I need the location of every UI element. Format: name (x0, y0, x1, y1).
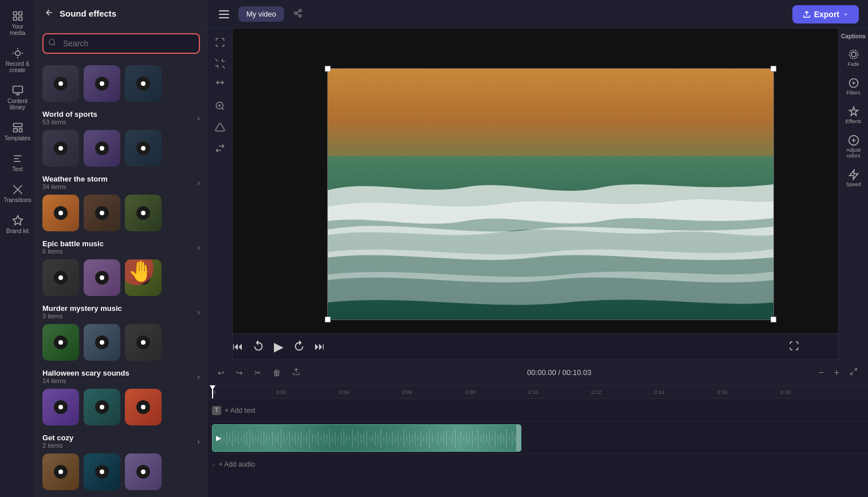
captions-label: Captions (841, 33, 866, 40)
skip-to-start-button[interactable]: ⏮ (233, 341, 243, 353)
forward-5s-button[interactable] (293, 340, 305, 354)
video-area: ⏮ ▶ ⏭ (207, 29, 868, 360)
share-icon-button[interactable] (291, 6, 305, 22)
sound-thumb[interactable] (42, 324, 79, 361)
sound-thumb[interactable] (125, 453, 162, 490)
sidebar-item-brand-kit[interactable]: Brand kit (1, 210, 34, 239)
timeline-tracks[interactable]: 0 0:02 0:04 0:06 0:08 0:10 0:12 0:14 0:1… (207, 385, 868, 497)
clip-end-handle[interactable] (516, 425, 521, 451)
sound-thumb[interactable] (84, 389, 120, 425)
play-icon (136, 465, 150, 479)
ruler-marks: 0 0:02 0:04 0:06 0:08 0:10 0:12 0:14 0:1… (212, 389, 843, 395)
fade-control[interactable]: Fade (840, 44, 867, 72)
hamburger-menu-button[interactable] (217, 8, 231, 21)
cut-button[interactable]: ✂ (251, 366, 265, 380)
fit-screen-button[interactable] (212, 34, 228, 52)
play-icon (54, 77, 68, 90)
sidebar-label-content-library: Content library (3, 98, 32, 111)
sound-thumb[interactable] (42, 259, 79, 296)
adjust-colors-control[interactable]: Adjust colors (840, 130, 867, 163)
sidebar-label-transitions: Transitions (3, 197, 32, 203)
arrows-button[interactable] (212, 140, 228, 158)
ruler-mark-3: 0:06 (402, 389, 465, 395)
fit-timeline-button[interactable] (846, 366, 861, 379)
clip-add-button[interactable] (289, 365, 304, 380)
sound-thumb[interactable] (125, 324, 162, 361)
category-header[interactable]: Halloween scary sounds 14 items › (42, 369, 200, 384)
adjust-colors-label: Adjust colors (842, 147, 865, 159)
triangle-tool-button[interactable] (212, 119, 228, 137)
sidebar-label-brand-kit: Brand kit (6, 228, 29, 234)
sound-thumb[interactable] (84, 259, 120, 296)
flip-button[interactable] (212, 77, 228, 94)
skip-to-end-button[interactable]: ⏭ (315, 341, 325, 353)
text-track-icon: T (212, 406, 221, 415)
panel-header: Sound effects (36, 0, 207, 27)
video-canvas[interactable] (233, 29, 868, 360)
back-button[interactable] (44, 7, 55, 20)
sound-thumb[interactable] (42, 195, 79, 231)
crop-button[interactable] (212, 56, 228, 73)
play-pause-button[interactable]: ▶ (274, 340, 284, 354)
export-button[interactable]: Export (792, 5, 859, 23)
svg-rect-7 (13, 129, 17, 132)
delete-button[interactable]: 🗑 (269, 366, 284, 380)
sidebar-item-transitions[interactable]: Transitions (1, 179, 34, 208)
sound-thumb[interactable] (84, 130, 120, 167)
category-header[interactable]: Weather the storm 34 items › (42, 175, 200, 190)
clip-play-icon: ▶ (216, 434, 221, 442)
sidebar-label-record-create: Record & create (3, 61, 32, 73)
sidebar-item-text[interactable]: Text (1, 148, 34, 177)
sidebar-item-record-create[interactable]: Record & create (1, 43, 34, 78)
sidebar-item-your-media[interactable]: Your media (1, 6, 34, 41)
category-header[interactable]: Murder mystery music 3 items › (42, 304, 200, 320)
zoom-out-button[interactable]: − (815, 366, 827, 379)
filters-control[interactable]: Filters (840, 73, 867, 100)
corner-handle-tl[interactable] (325, 66, 331, 72)
fullscreen-button[interactable] (789, 341, 799, 353)
chevron-right-icon: › (197, 437, 200, 446)
search-input[interactable] (42, 33, 200, 54)
video-clip[interactable]: ▶ (212, 424, 521, 452)
add-audio-button[interactable]: + Add audio (219, 460, 256, 468)
speed-control[interactable]: Speed (840, 164, 867, 192)
sound-thumb[interactable] (125, 389, 162, 425)
effects-control[interactable]: Effects (840, 101, 867, 129)
search-container (42, 33, 200, 54)
corner-handle-bl[interactable] (325, 317, 331, 322)
sound-thumb[interactable] (125, 130, 162, 167)
playhead-triangle (210, 385, 215, 390)
redo-button[interactable]: ↪ (233, 366, 246, 380)
sound-thumb[interactable] (84, 453, 120, 490)
category-epic-battle: Epic battle music 6 items › 🤚 (36, 234, 207, 298)
sound-thumb[interactable] (42, 130, 79, 167)
corner-handle-br[interactable] (771, 317, 776, 322)
sound-thumb[interactable] (84, 65, 120, 102)
sidebar-label-text: Text (12, 166, 22, 172)
sound-thumb[interactable] (84, 324, 120, 361)
category-header[interactable]: World of sports 53 items › (42, 110, 200, 125)
corner-handle-tr[interactable] (771, 66, 776, 72)
rewind-5s-button[interactable] (252, 340, 265, 354)
sidebar-item-templates[interactable]: Templates (1, 117, 34, 146)
zoom-in-button[interactable]: + (831, 366, 843, 379)
zoom-fit-button[interactable] (212, 98, 228, 116)
undo-button[interactable]: ↩ (214, 366, 228, 380)
add-text-button[interactable]: + Add text (225, 407, 256, 415)
category-get-cozy: Get cozy 2 items › (36, 428, 207, 492)
my-video-tab[interactable]: My video (238, 6, 284, 22)
play-icon (95, 465, 109, 479)
sound-thumb[interactable] (84, 195, 120, 231)
category-count: 14 items (42, 377, 129, 384)
sound-thumb[interactable] (42, 65, 79, 102)
category-items (42, 130, 200, 167)
sidebar-item-content-library[interactable]: Content library (1, 80, 34, 115)
sound-thumb[interactable] (125, 195, 162, 231)
svg-rect-2 (13, 17, 17, 21)
sound-thumb[interactable] (125, 65, 162, 102)
sound-thumb[interactable] (42, 453, 79, 490)
category-header[interactable]: Epic battle music 6 items › (42, 239, 200, 255)
category-header[interactable]: Get cozy 2 items › (42, 433, 200, 449)
sound-thumb[interactable] (42, 389, 79, 425)
sound-thumb[interactable]: 🤚 (125, 259, 162, 296)
